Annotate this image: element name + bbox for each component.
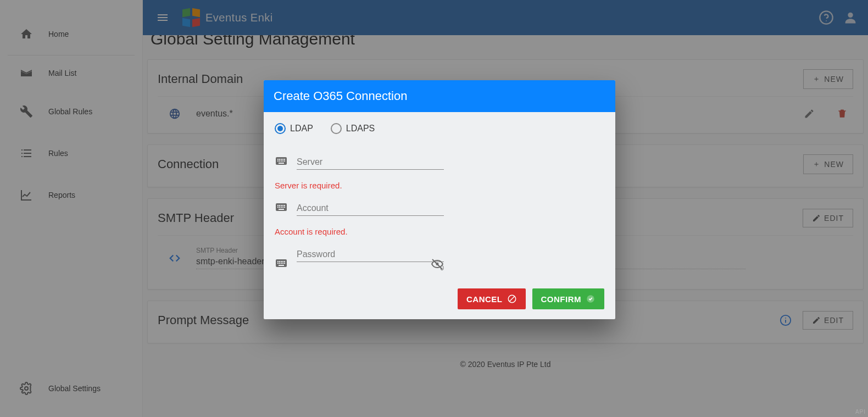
create-connection-dialog: Create O365 Connection LDAP LDAPS Server… [264,80,615,319]
radio-ldaps[interactable]: LDAPS [331,123,375,134]
button-label: CANCEL [466,294,503,304]
keyboard-icon [275,257,288,270]
radio-label: LDAPS [346,124,375,134]
eye-off-icon [431,258,444,271]
radio-icon [331,123,342,134]
radio-icon [275,123,286,134]
cancel-button[interactable]: CANCEL [458,288,526,309]
toggle-password-visibility[interactable] [431,258,444,271]
keyboard-icon [275,154,288,168]
server-input[interactable] [297,154,444,170]
keyboard-icon [275,201,288,214]
dialog-title: Create O365 Connection [264,80,615,112]
password-counter: 0 [297,264,444,272]
svg-line-9 [509,297,514,302]
button-label: CONFIRM [541,294,582,304]
check-circle-icon [586,294,596,304]
confirm-button[interactable]: CONFIRM [532,288,605,309]
radio-ldap[interactable]: LDAP [275,123,313,134]
account-input[interactable] [297,200,444,216]
radio-label: LDAP [290,124,313,134]
account-error-text: Account is required. [275,227,604,236]
api-badge: API [855,409,866,415]
block-icon [507,294,517,304]
protocol-radio-group: LDAP LDAPS [275,123,604,134]
server-error-text: Server is required. [275,181,604,190]
password-input[interactable] [297,246,444,262]
